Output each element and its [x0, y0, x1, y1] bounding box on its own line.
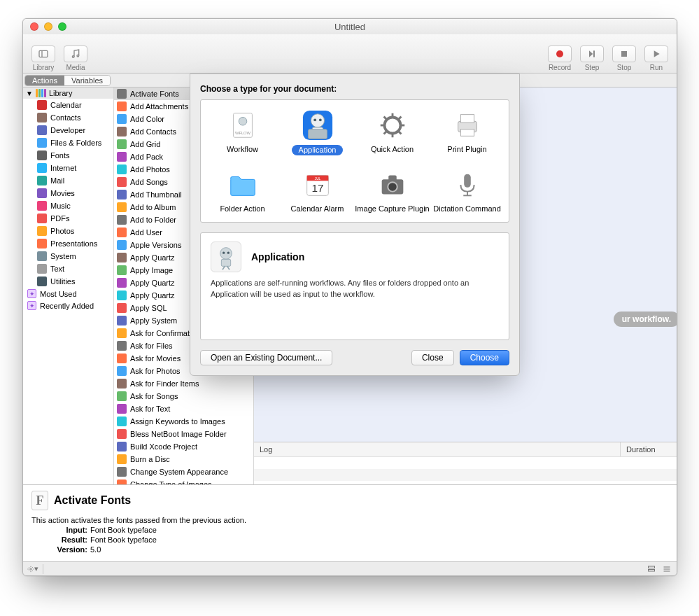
action-icon: [117, 278, 127, 288]
sidebar-item-photos[interactable]: Photos: [23, 225, 113, 237]
svg-rect-44: [464, 174, 471, 188]
action-label: Add Photos: [130, 165, 170, 174]
action-icon: [117, 303, 127, 313]
action-icon: [117, 177, 127, 187]
sidebar-item-developer[interactable]: Developer: [23, 124, 113, 136]
sidebar-item-files-folders[interactable]: Files & Folders: [23, 136, 113, 149]
doc-type-folder-action[interactable]: Folder Action: [205, 168, 280, 214]
gear-menu-button[interactable]: ▾: [27, 565, 38, 573]
action-label: Add Pack: [130, 153, 163, 161]
play-icon: [651, 48, 662, 59]
action-icon: [117, 467, 127, 477]
input-value: Font Book typeface: [90, 526, 157, 534]
doc-type-print-plugin[interactable]: Print Plugin: [430, 108, 504, 155]
app-window: Untitled Library Media Record Step: [22, 18, 677, 576]
media-button[interactable]: Media: [61, 46, 90, 71]
svg-rect-50: [221, 260, 230, 267]
action-item[interactable]: Ask for Songs: [114, 390, 253, 402]
sidebar-item-system[interactable]: System: [23, 250, 113, 262]
svg-marker-7: [654, 50, 660, 57]
choose-button[interactable]: Choose: [460, 350, 509, 365]
application-icon: [301, 108, 334, 142]
doc-type-workflow[interactable]: WFLOWWorkflow: [205, 108, 280, 155]
action-label: Activate Fonts: [130, 90, 179, 98]
category-icon: [37, 239, 47, 248]
step-button[interactable]: Step: [577, 46, 607, 71]
description-title-row: F Activate Fonts: [31, 491, 668, 510]
stop-button[interactable]: Stop: [609, 46, 639, 71]
category-icon: [37, 163, 47, 173]
record-button[interactable]: Record: [545, 46, 574, 71]
svg-point-21: [313, 118, 316, 121]
action-icon: [117, 391, 127, 401]
doc-type-application[interactable]: Application: [280, 108, 355, 155]
action-item[interactable]: Ask for Finder Items: [114, 377, 253, 390]
sidebar-item-contacts[interactable]: Contacts: [23, 111, 113, 124]
sidebar-item-mail[interactable]: Mail: [23, 174, 113, 187]
sidebar-item-internet[interactable]: Internet: [23, 162, 113, 174]
sidebar-item-presentations[interactable]: Presentations: [23, 237, 113, 250]
library-button[interactable]: Library: [29, 46, 58, 71]
sidebar-item-movies[interactable]: Movies: [23, 187, 113, 200]
svg-rect-24: [308, 130, 327, 139]
action-item[interactable]: Build Xcode Project: [114, 440, 253, 453]
action-label: Apply Image: [130, 266, 173, 274]
smart-folder-icon: ✦: [27, 301, 36, 310]
sidebar-item-music[interactable]: Music: [23, 200, 113, 212]
doc-type-dictation-command[interactable]: Dictation Command: [430, 168, 504, 214]
sidebar-item-label: Utilities: [50, 277, 75, 286]
doc-type-quick-action[interactable]: Quick Action: [355, 108, 430, 155]
action-item[interactable]: Change System Appearance: [114, 465, 253, 478]
sidebar-recently-added[interactable]: ✦ Recently Added: [23, 300, 113, 312]
category-icon: [37, 138, 47, 148]
doc-type-calendar-alarm[interactable]: JUL17Calendar Alarm: [280, 168, 355, 214]
action-icon: [117, 479, 127, 484]
action-icon: [117, 253, 127, 262]
action-item[interactable]: Change Type of Images: [114, 478, 253, 484]
sidebar-item-text[interactable]: Text: [23, 262, 113, 275]
action-item[interactable]: Burn a Disc: [114, 453, 253, 465]
sidebar-most-used[interactable]: ✦ Most Used: [23, 288, 113, 300]
results-view-button[interactable]: [646, 565, 657, 573]
sheet-heading: Choose a type for your document:: [200, 84, 509, 94]
tab-actions[interactable]: Actions: [25, 76, 64, 85]
image-capture-plugin-icon: [376, 168, 409, 202]
category-icon: [37, 251, 47, 261]
disclosure-triangle-icon[interactable]: ▼: [26, 90, 33, 97]
log-body: [254, 456, 677, 484]
action-item[interactable]: Assign Keywords to Images: [114, 415, 253, 428]
sidebar-item-fonts[interactable]: Fonts: [23, 149, 113, 162]
type-info-box: Application Applications are self-runnin…: [200, 232, 509, 340]
stop-label: Stop: [617, 64, 632, 71]
action-label: Apply Quartz: [130, 279, 175, 287]
action-icon: [117, 416, 127, 426]
document-type-grid: WFLOWWorkflowApplicationQuick ActionPrin…: [200, 99, 509, 223]
doc-type-image-capture-plugin[interactable]: Image Capture Plugin: [355, 168, 430, 214]
open-existing-button[interactable]: Open an Existing Document...: [200, 350, 332, 365]
close-button[interactable]: Close: [411, 350, 454, 365]
library-header[interactable]: ▼ Library: [23, 88, 113, 99]
svg-text:17: 17: [311, 182, 323, 194]
action-item[interactable]: Ask for Text: [114, 402, 253, 415]
category-icon: [37, 176, 47, 186]
svg-text:WFLOW: WFLOW: [234, 131, 250, 135]
category-icon: [37, 264, 47, 274]
sidebar-item-pdfs[interactable]: PDFs: [23, 212, 113, 225]
sidebar-item-utilities[interactable]: Utilities: [23, 275, 113, 288]
sidebar-item-label: Movies: [50, 189, 75, 197]
log-column-header[interactable]: Log: [254, 442, 621, 456]
canvas-placeholder: ur workflow.: [614, 312, 677, 327]
record-label: Record: [549, 64, 571, 71]
run-button[interactable]: Run: [642, 46, 671, 71]
tab-variables[interactable]: Variables: [64, 76, 110, 85]
action-item[interactable]: Bless NetBoot Image Folder: [114, 428, 253, 440]
category-icon: [37, 113, 47, 122]
duration-column-header[interactable]: Duration: [621, 442, 677, 456]
svg-rect-11: [649, 566, 655, 568]
action-label: Add Songs: [130, 178, 168, 186]
log-view-button[interactable]: [661, 565, 672, 573]
info-title: Application: [251, 251, 304, 262]
step-icon: [586, 48, 598, 59]
sidebar-item-label: Text: [50, 265, 64, 273]
sidebar-item-calendar[interactable]: Calendar: [23, 99, 113, 111]
